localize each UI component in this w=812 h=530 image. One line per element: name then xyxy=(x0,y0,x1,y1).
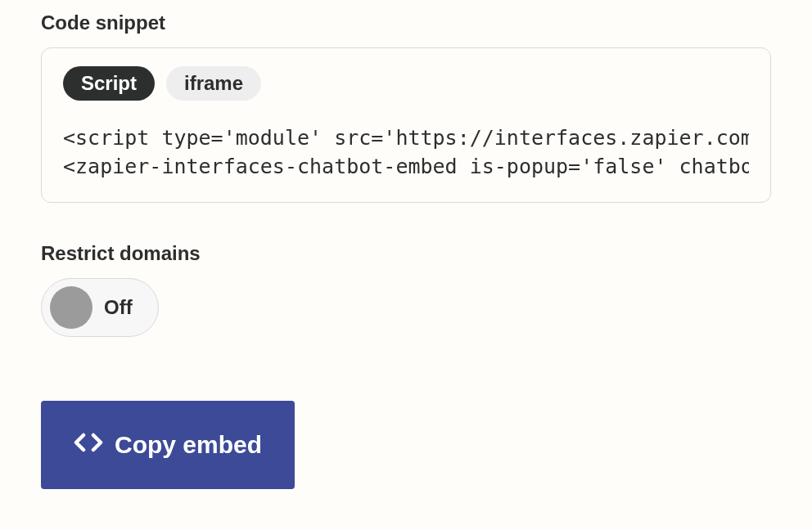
code-line-2: <zapier-interfaces-chatbot-embed is-popu… xyxy=(63,155,749,178)
code-block[interactable]: <script type='module' src='https://inter… xyxy=(63,124,749,181)
code-tab-row: Script iframe xyxy=(63,66,749,101)
tab-script[interactable]: Script xyxy=(63,66,155,101)
restrict-domains-label: Restrict domains xyxy=(41,242,771,265)
restrict-domains-section: Restrict domains Off xyxy=(41,242,771,337)
toggle-knob xyxy=(50,286,92,329)
restrict-domains-toggle[interactable]: Off xyxy=(41,278,159,337)
code-snippet-section: Code snippet Script iframe <script type=… xyxy=(41,11,771,203)
code-snippet-card: Script iframe <script type='module' src=… xyxy=(41,47,771,203)
code-line-1: <script type='module' src='https://inter… xyxy=(63,126,749,150)
copy-embed-label: Copy embed xyxy=(115,431,262,459)
toggle-state-label: Off xyxy=(104,296,133,319)
code-icon xyxy=(74,428,103,463)
copy-embed-button[interactable]: Copy embed xyxy=(41,401,295,489)
tab-iframe[interactable]: iframe xyxy=(166,66,261,101)
code-snippet-label: Code snippet xyxy=(41,11,771,34)
